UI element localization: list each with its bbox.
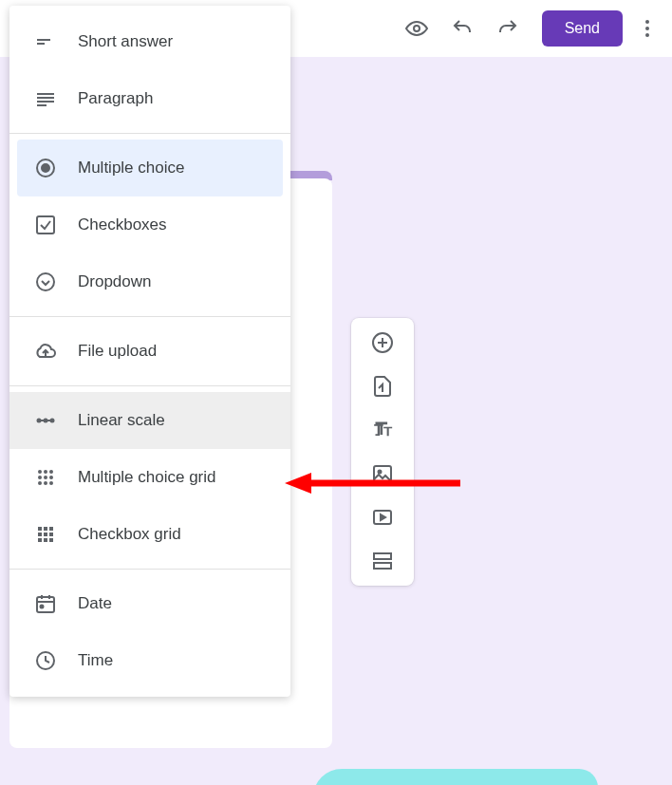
- redo-icon[interactable]: [496, 17, 519, 40]
- menu-divider: [9, 569, 290, 570]
- menu-item-label: Short answer: [78, 32, 173, 51]
- add-image-icon[interactable]: [371, 462, 394, 485]
- svg-point-48: [41, 606, 44, 608]
- menu-divider: [9, 385, 290, 386]
- svg-rect-13: [37, 93, 54, 95]
- svg-point-31: [49, 476, 53, 479]
- svg-rect-41: [38, 538, 42, 542]
- svg-rect-43: [49, 538, 53, 542]
- svg-rect-12: [37, 43, 45, 45]
- calendar-icon: [34, 592, 57, 615]
- svg-rect-11: [37, 39, 50, 41]
- annotation-highlight: [313, 769, 598, 785]
- svg-rect-10: [374, 563, 391, 569]
- menu-item-linear-scale[interactable]: Linear scale: [9, 392, 290, 449]
- svg-rect-42: [44, 538, 47, 542]
- menu-item-label: Date: [78, 594, 112, 613]
- menu-item-checkbox-grid[interactable]: Checkbox grid: [9, 506, 290, 563]
- svg-point-20: [37, 273, 54, 290]
- svg-point-32: [38, 481, 42, 485]
- add-title-icon[interactable]: Tᴛ: [371, 419, 394, 441]
- menu-item-label: Paragraph: [78, 89, 153, 108]
- svg-rect-9: [374, 553, 391, 559]
- svg-point-29: [38, 476, 42, 479]
- svg-rect-36: [44, 527, 47, 531]
- menu-item-dropdown[interactable]: Dropdown: [9, 253, 290, 310]
- menu-item-multiple-choice-grid[interactable]: Multiple choice grid: [9, 449, 290, 506]
- svg-rect-38: [38, 533, 42, 536]
- linear-scale-icon: [34, 409, 57, 432]
- menu-item-short-answer[interactable]: Short answer: [9, 13, 290, 70]
- side-toolbar: Tᴛ: [351, 318, 414, 586]
- menu-divider: [9, 133, 290, 134]
- menu-item-label: Multiple choice: [78, 159, 184, 178]
- svg-point-26: [38, 470, 42, 474]
- cloud-upload-icon: [34, 340, 57, 363]
- svg-point-27: [44, 470, 47, 474]
- menu-divider: [9, 316, 290, 317]
- menu-item-label: Checkbox grid: [78, 525, 181, 544]
- menu-item-date[interactable]: Date: [9, 575, 290, 632]
- add-question-icon[interactable]: [371, 331, 394, 354]
- svg-point-28: [49, 470, 53, 474]
- svg-rect-44: [37, 597, 54, 612]
- menu-item-label: Linear scale: [78, 411, 165, 430]
- short-answer-icon: [34, 30, 57, 53]
- add-section-icon[interactable]: [371, 550, 394, 572]
- svg-rect-39: [44, 533, 47, 536]
- menu-item-label: Time: [78, 651, 113, 670]
- svg-point-30: [44, 476, 47, 479]
- menu-item-time[interactable]: Time: [9, 632, 290, 689]
- checkbox-grid-icon: [34, 523, 57, 546]
- svg-point-0: [414, 26, 420, 31]
- preview-icon[interactable]: [405, 17, 428, 40]
- paragraph-icon: [34, 87, 57, 110]
- menu-item-label: Dropdown: [78, 272, 152, 291]
- menu-item-label: Multiple choice grid: [78, 468, 216, 487]
- menu-item-label: Checkboxes: [78, 215, 167, 234]
- svg-point-33: [44, 481, 47, 485]
- menu-item-checkboxes[interactable]: Checkboxes: [9, 196, 290, 253]
- svg-rect-35: [38, 527, 42, 531]
- radio-icon: [34, 157, 57, 179]
- svg-rect-40: [49, 533, 53, 536]
- svg-rect-37: [49, 527, 53, 531]
- question-type-dropdown[interactable]: Short answer Paragraph Multiple choice C…: [9, 6, 290, 697]
- svg-rect-19: [37, 216, 54, 234]
- more-options-icon[interactable]: [645, 20, 649, 37]
- import-questions-icon[interactable]: [371, 375, 394, 398]
- radio-grid-icon: [34, 466, 57, 489]
- svg-point-18: [42, 164, 49, 172]
- menu-item-file-upload[interactable]: File upload: [9, 323, 290, 380]
- dropdown-icon: [34, 271, 57, 293]
- undo-icon[interactable]: [451, 17, 474, 40]
- svg-text:Tᴛ: Tᴛ: [374, 422, 393, 439]
- add-video-icon[interactable]: [371, 506, 394, 529]
- svg-point-6: [379, 471, 382, 474]
- checkbox-icon: [34, 214, 57, 236]
- svg-rect-16: [37, 104, 47, 106]
- svg-rect-25: [39, 420, 52, 421]
- clock-icon: [34, 649, 57, 672]
- menu-item-paragraph[interactable]: Paragraph: [9, 70, 290, 127]
- svg-rect-15: [37, 101, 54, 103]
- send-button[interactable]: Send: [542, 10, 623, 47]
- menu-item-label: File upload: [78, 342, 157, 361]
- svg-rect-14: [37, 97, 54, 99]
- menu-item-multiple-choice[interactable]: Multiple choice: [17, 140, 283, 196]
- svg-marker-8: [381, 514, 385, 520]
- svg-point-34: [49, 481, 53, 485]
